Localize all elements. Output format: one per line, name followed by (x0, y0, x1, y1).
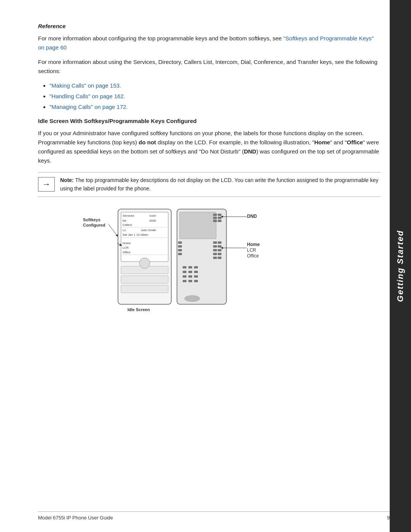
list-item: "Managing Calls" on page 172. (49, 102, 381, 112)
handling-calls-link[interactable]: "Handling Calls" on page 162. (49, 93, 125, 99)
footer: Model 6755i IP Phone User Guide 9 (38, 511, 390, 521)
svg-text:LCR: LCR (247, 248, 256, 253)
svg-text:Services: Services (123, 214, 134, 217)
svg-rect-40 (218, 253, 221, 255)
svg-rect-18 (121, 285, 168, 293)
svg-point-55 (185, 296, 200, 302)
svg-text:Office: Office (247, 253, 259, 259)
svg-rect-33 (213, 241, 217, 244)
svg-rect-46 (183, 271, 186, 273)
list-item: "Handling Calls" on page 162. (49, 92, 381, 101)
svg-rect-51 (194, 275, 198, 278)
svg-text:Home: Home (247, 242, 260, 247)
managing-calls-link[interactable]: "Managing Calls" on page 172. (49, 104, 128, 110)
section-body: If you or your Administrator have config… (38, 129, 381, 165)
svg-text:LCR: LCR (123, 246, 129, 249)
svg-rect-37 (213, 249, 217, 251)
making-calls-link[interactable]: "Making Calls" on page 153. (49, 82, 121, 89)
svg-rect-38 (218, 249, 221, 251)
footer-page: 9 (387, 515, 390, 521)
svg-rect-45 (194, 266, 198, 268)
svg-text:L1: L1 (123, 228, 126, 232)
svg-rect-29 (178, 241, 182, 244)
svg-rect-47 (188, 271, 192, 273)
svg-rect-28 (218, 220, 221, 222)
svg-rect-22 (180, 212, 216, 239)
svg-rect-1 (121, 212, 168, 262)
svg-text:Icom: Icom (150, 214, 156, 217)
svg-text:Sat Jan 1  12:18am: Sat Jan 1 12:18am (123, 233, 148, 236)
svg-rect-44 (188, 266, 192, 268)
svg-text:Office: Office (123, 251, 131, 254)
svg-rect-54 (194, 280, 198, 282)
svg-rect-24 (218, 214, 221, 216)
svg-rect-48 (194, 271, 198, 273)
phone-diagram-svg: Services Icom Dir DND Callers L1 John Sm… (76, 205, 289, 316)
svg-rect-53 (188, 280, 192, 282)
svg-rect-27 (213, 220, 217, 222)
svg-text:John Smith: John Smith (141, 228, 156, 232)
sidebar-getting-started: Getting Started (390, 0, 411, 532)
svg-rect-39 (213, 253, 217, 255)
sidebar-label: Getting Started (395, 230, 405, 302)
note-box: → Note: The top programmable key descrip… (38, 172, 381, 197)
reference-bullet-list: "Making Calls" on page 153. "Handling Ca… (49, 81, 381, 112)
svg-text:Idle Screen: Idle Screen (127, 307, 150, 312)
svg-rect-26 (218, 217, 221, 219)
svg-rect-30 (178, 245, 182, 248)
svg-rect-50 (188, 275, 192, 278)
svg-line-60 (108, 224, 117, 236)
svg-rect-49 (183, 275, 186, 278)
section-heading: Idle Screen With Softkeys/Programmable K… (38, 118, 381, 124)
svg-rect-35 (213, 245, 217, 248)
svg-rect-31 (178, 249, 182, 251)
svg-text:Home: Home (123, 241, 131, 245)
svg-rect-42 (218, 257, 221, 259)
svg-rect-43 (183, 266, 186, 268)
svg-rect-34 (218, 241, 221, 244)
list-item: "Making Calls" on page 153. (49, 81, 381, 90)
svg-text:Callers: Callers (123, 223, 132, 227)
diagram-area: Services Icom Dir DND Callers L1 John Sm… (38, 205, 381, 320)
note-body: The top programmable key descriptions do… (60, 177, 378, 192)
svg-rect-32 (178, 253, 182, 255)
svg-text:Softkeys: Softkeys (83, 217, 100, 222)
reference-para1: For more information about configuring t… (38, 34, 381, 52)
reference-para2: For more information about using the Ser… (38, 58, 381, 76)
svg-text:DND: DND (150, 219, 156, 222)
svg-text:Configured: Configured (83, 223, 105, 227)
svg-text:Dir: Dir (123, 219, 127, 222)
svg-rect-23 (213, 214, 217, 216)
svg-text:DND: DND (247, 214, 257, 219)
note-text: Note: The top programmable key descripti… (60, 176, 381, 193)
reference-heading: Reference (38, 23, 381, 29)
reference-para1-text: For more information about configuring t… (38, 35, 284, 42)
svg-rect-36 (218, 245, 221, 248)
svg-rect-41 (213, 257, 217, 259)
svg-rect-25 (213, 217, 217, 219)
svg-rect-17 (121, 276, 168, 283)
svg-rect-52 (183, 280, 186, 282)
note-arrow-icon: → (38, 177, 55, 192)
note-label: Note: (60, 177, 74, 183)
svg-point-19 (139, 258, 150, 268)
footer-left: Model 6755i IP Phone User Guide (38, 515, 113, 521)
